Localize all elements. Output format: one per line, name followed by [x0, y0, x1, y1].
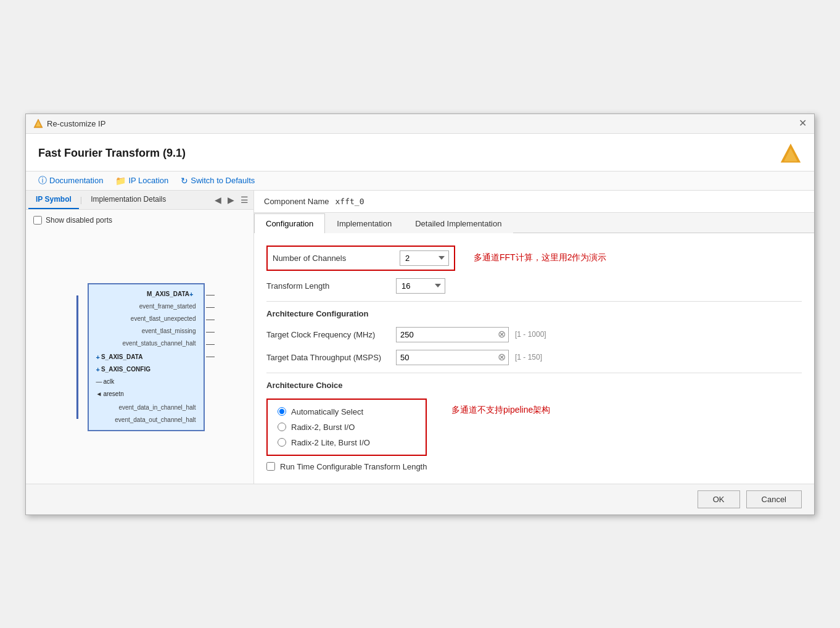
- tab-implementation[interactable]: Implementation: [325, 213, 403, 233]
- port-event-frame-label: event_frame_started: [139, 303, 196, 310]
- port-aresetn-arrow: ◄: [96, 390, 102, 397]
- right-panel: Component Name xfft_0 Configuration Impl…: [254, 191, 814, 484]
- toolbar: ⓘ Documentation 📁 IP Location ↻ Switch t…: [26, 171, 814, 191]
- port-event-status: event_status_channel_halt: [96, 337, 196, 350]
- left-tabs: IP Symbol | Implementation Details ◀ ▶ ☰: [26, 191, 253, 210]
- title-bar-left: Re-customize IP: [33, 118, 105, 128]
- radio-auto-select-input[interactable]: [278, 407, 286, 416]
- number-of-channels-label: Number of Channels: [273, 254, 396, 263]
- tab-configuration[interactable]: Configuration: [254, 213, 325, 233]
- port-event-data-in: event_data_in_channel_halt: [96, 402, 196, 414]
- config-content: Number of Channels 1 2 4 8 多通道FFT计算，这里用2…: [254, 233, 814, 484]
- ok-button[interactable]: OK: [698, 490, 740, 508]
- radio-radix2lite-burst-input[interactable]: [278, 438, 286, 447]
- target-clock-clear[interactable]: ⊗: [495, 329, 508, 339]
- window-title: Re-customize IP: [47, 119, 105, 128]
- show-disabled-label[interactable]: Show disabled ports: [46, 216, 112, 225]
- port-s-axis-data-inner: + S_AXIS_DATA: [96, 351, 196, 363]
- target-throughput-range: [1 - 150]: [515, 353, 542, 362]
- folder-icon: 📁: [115, 176, 126, 186]
- arch-choice-row: Automatically Select Radix-2, Burst I/O …: [266, 399, 802, 456]
- close-button[interactable]: ✕: [799, 118, 807, 128]
- app-icon: [33, 118, 43, 128]
- switch-defaults-button[interactable]: ↻ Switch to Defaults: [181, 176, 255, 186]
- port-event-tlast-unexp-label: event_tlast_unexpected: [131, 315, 196, 322]
- left-panel: IP Symbol | Implementation Details ◀ ▶ ☰…: [26, 191, 254, 484]
- port-event-tlast-miss-label: event_tlast_missing: [142, 328, 196, 334]
- target-clock-label: Target Clock Frequency (MHz): [266, 330, 390, 339]
- target-clock-range: [1 - 1000]: [515, 330, 546, 339]
- tab-implementation-details[interactable]: Implementation Details: [83, 191, 173, 209]
- tab-nav-right[interactable]: ▶: [225, 194, 237, 206]
- port-m-axis-data: M_AXIS_DATA +: [96, 288, 196, 300]
- target-throughput-clear[interactable]: ⊗: [495, 352, 508, 362]
- left-bus-bar: [76, 295, 78, 419]
- port-event-tlast-miss: event_tlast_missing: [96, 325, 196, 337]
- radio-radix2-burst-input[interactable]: [278, 423, 286, 431]
- right-connector-2: [206, 302, 215, 314]
- port-event-status-label: event_status_channel_halt: [123, 340, 196, 347]
- component-name-value: xfft_0: [336, 197, 364, 206]
- right-connector-6: [206, 351, 215, 363]
- runtime-label[interactable]: Run Time Configurable Transform Length: [280, 462, 427, 471]
- port-aresetn-inner: ◄ aresetn: [96, 388, 196, 400]
- right-connectors: [206, 289, 215, 363]
- cancel-button[interactable]: Cancel: [746, 490, 802, 508]
- annotation-channels: 多通道FFT计算，这里用2作为演示: [474, 252, 606, 263]
- port-s-axis-data-sign: +: [96, 353, 100, 361]
- port-aclk-line: —: [96, 378, 102, 385]
- left-port-labels: + S_AXIS_DATA + S_AXIS_CONFIG — aclk: [96, 351, 196, 400]
- port-s-axis-config-inner: + S_AXIS_CONFIG: [96, 363, 196, 376]
- target-clock-row: Target Clock Frequency (MHz) ⊗ [1 - 1000…: [266, 327, 802, 342]
- right-connector-5: [206, 339, 215, 351]
- number-of-channels-select[interactable]: 1 2 4 8: [400, 250, 449, 266]
- target-clock-input[interactable]: [397, 328, 495, 342]
- runtime-checkbox-row: Run Time Configurable Transform Length: [266, 462, 802, 471]
- tab-detailed-implementation[interactable]: Detailed Implementation: [403, 213, 513, 233]
- annotation-pipeline: 多通道不支持pipeline架构: [451, 405, 550, 416]
- title-bar: Re-customize IP ✕: [26, 114, 814, 134]
- runtime-checkbox[interactable]: [266, 462, 275, 471]
- documentation-button[interactable]: ⓘ Documentation: [38, 175, 103, 186]
- divider-1: [266, 301, 802, 302]
- arch-choice-title: Architecture Choice: [266, 381, 802, 390]
- tab-nav: ◀ ▶ ☰: [212, 194, 251, 206]
- transform-length-select[interactable]: 8 16 32 64 128 256: [396, 278, 445, 294]
- right-connector-1: [206, 289, 215, 302]
- symbol-area: M_AXIS_DATA + event_frame_started event_…: [26, 231, 253, 484]
- radio-radix2lite-burst[interactable]: Radix-2 Lite, Burst I/O: [278, 438, 416, 447]
- port-m-axis-data-label: M_AXIS_DATA: [147, 291, 189, 297]
- transform-length-row: Transform Length 8 16 32 64 128 256: [266, 278, 802, 294]
- app-title: Fast Fourier Transform (9.1): [38, 147, 186, 160]
- radio-radix2-burst[interactable]: Radix-2, Burst I/O: [278, 423, 416, 432]
- port-aclk-inner-label: aclk: [104, 378, 115, 385]
- target-throughput-input-wrapper: ⊗: [396, 350, 509, 365]
- number-of-channels-highlight: Number of Channels 1 2 4 8: [266, 246, 455, 271]
- ip-location-button[interactable]: 📁 IP Location: [115, 176, 168, 186]
- port-event-data-out-label: event_data_out_channel_halt: [115, 416, 196, 423]
- port-s-axis-config-sign: +: [96, 366, 100, 373]
- target-throughput-row: Target Data Throughput (MSPS) ⊗ [1 - 150…: [266, 350, 802, 365]
- port-s-axis-data-inner-label: S_AXIS_DATA: [101, 353, 142, 360]
- arch-config-title: Architecture Configuration: [266, 309, 802, 318]
- show-disabled-checkbox[interactable]: [33, 216, 42, 225]
- target-throughput-input[interactable]: [397, 350, 495, 365]
- component-name-bar: Component Name xfft_0: [254, 191, 814, 213]
- radio-auto-select[interactable]: Automatically Select: [278, 407, 416, 416]
- port-aclk-inner: — aclk: [96, 376, 196, 388]
- port-event-frame: event_frame_started: [96, 300, 196, 313]
- tab-ip-symbol[interactable]: IP Symbol: [28, 191, 79, 209]
- refresh-icon: ↻: [181, 176, 188, 186]
- footer: OK Cancel: [26, 484, 814, 514]
- tab-separator: |: [79, 195, 83, 204]
- divider-2: [266, 373, 802, 373]
- component-name-label: Component Name: [264, 197, 329, 206]
- tab-nav-menu[interactable]: ☰: [238, 194, 251, 206]
- main-window: Re-customize IP ✕ Fast Fourier Transform…: [25, 114, 815, 515]
- port-event-data-in-label: event_data_in_channel_halt: [118, 404, 196, 411]
- target-clock-input-wrapper: ⊗: [396, 327, 509, 342]
- header-section: Fast Fourier Transform (9.1): [26, 134, 814, 171]
- main-content: IP Symbol | Implementation Details ◀ ▶ ☰…: [26, 191, 814, 484]
- tab-nav-left[interactable]: ◀: [212, 194, 224, 206]
- ip-box: M_AXIS_DATA + event_frame_started event_…: [88, 283, 205, 431]
